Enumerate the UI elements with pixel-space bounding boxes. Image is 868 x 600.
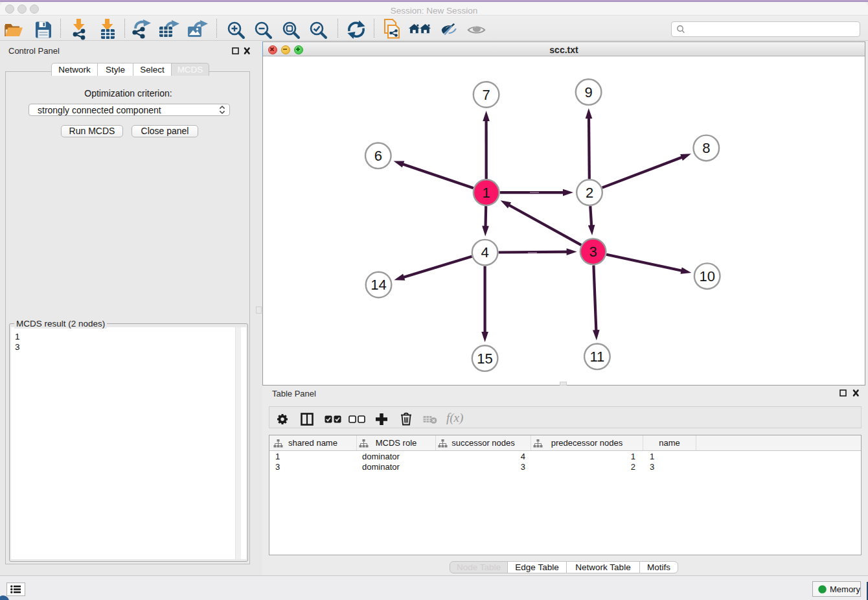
svg-text:11: 11 xyxy=(589,349,604,365)
svg-text:2: 2 xyxy=(586,185,593,201)
svg-text:4: 4 xyxy=(481,244,488,260)
svg-text:15: 15 xyxy=(477,351,492,367)
svg-text:1: 1 xyxy=(483,185,490,201)
svg-text:3: 3 xyxy=(589,244,597,260)
svg-text:10: 10 xyxy=(699,268,714,284)
svg-text:8: 8 xyxy=(702,140,710,156)
svg-text:6: 6 xyxy=(374,148,382,164)
svg-text:14: 14 xyxy=(371,277,386,293)
svg-text:9: 9 xyxy=(584,84,592,100)
svg-text:7: 7 xyxy=(482,87,490,103)
